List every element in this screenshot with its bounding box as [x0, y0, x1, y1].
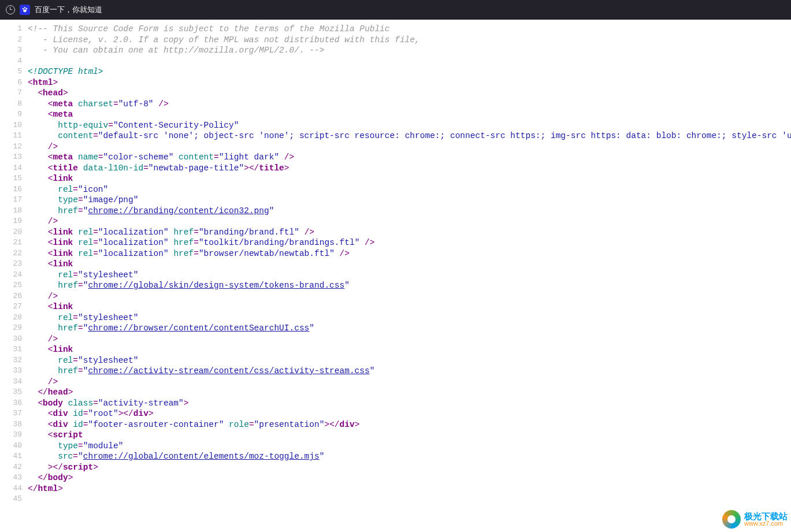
code-line[interactable]: <!DOCTYPE html> [28, 66, 791, 77]
code-line[interactable]: rel="stylesheet" [28, 270, 791, 281]
line-number: 23 [0, 259, 22, 270]
line-number: 13 [0, 152, 22, 163]
code-line[interactable]: <head> [28, 88, 791, 99]
line-number: 26 [0, 291, 22, 302]
line-number: 33 [0, 366, 22, 377]
code-content-area[interactable]: <!-- This Source Code Form is subject to… [25, 20, 791, 532]
svg-point-0 [23, 8, 24, 10]
code-line[interactable]: /> [28, 291, 791, 302]
line-number: 11 [0, 131, 22, 142]
baidu-favicon-icon [20, 5, 30, 15]
code-line[interactable]: <title data-l10n-id="newtab-page-title">… [28, 163, 791, 174]
source-code-viewer: 1234567891011121314151617181920212223242… [0, 20, 791, 532]
code-line[interactable]: type="image/png" [28, 195, 791, 206]
watermark-name: 极光下载站 [744, 512, 788, 520]
line-number: 17 [0, 195, 22, 206]
line-number: 25 [0, 280, 22, 291]
code-line[interactable]: content="default-src 'none'; object-src … [28, 131, 791, 142]
code-line[interactable]: <div id="root"></div> [28, 408, 791, 419]
code-line[interactable]: <link [28, 302, 791, 312]
line-number: 9 [0, 109, 22, 120]
code-line[interactable] [28, 494, 791, 505]
line-number: 45 [0, 494, 22, 505]
svg-point-1 [24, 7, 26, 9]
line-number: 12 [0, 142, 22, 152]
code-line[interactable]: <div id="footer-asrouter-container" role… [28, 419, 791, 430]
code-line[interactable]: rel="stylesheet" [28, 312, 791, 323]
line-number: 42 [0, 462, 22, 473]
code-line[interactable]: <link [28, 173, 791, 184]
code-line[interactable]: <link rel="localization" href="branding/… [28, 227, 791, 238]
code-line[interactable]: <link rel="localization" href="toolkit/b… [28, 237, 791, 248]
line-number: 18 [0, 206, 22, 217]
line-number: 43 [0, 473, 22, 483]
code-line[interactable]: type="module" [28, 441, 791, 452]
line-number: 2 [0, 35, 22, 46]
browser-tab-title[interactable]: 百度一下，你就知道 [35, 5, 102, 15]
code-line[interactable] [28, 56, 791, 67]
code-line[interactable]: - License, v. 2.0. If a copy of the MPL … [28, 35, 791, 46]
line-number: 3 [0, 45, 22, 56]
code-line[interactable]: /> [28, 377, 791, 388]
code-line[interactable]: href="chrome://global/skin/design-system… [28, 280, 791, 291]
code-line[interactable]: href="chrome://branding/content/icon32.p… [28, 206, 791, 217]
titlebar: 百度一下，你就知道 [0, 0, 791, 20]
watermark: 极光下载站 www.xz7.com [722, 510, 788, 529]
line-number: 21 [0, 237, 22, 248]
line-number: 41 [0, 451, 22, 462]
code-line[interactable]: <link [28, 344, 791, 355]
svg-point-2 [26, 8, 28, 10]
line-number: 36 [0, 398, 22, 409]
line-number: 30 [0, 334, 22, 345]
code-line[interactable]: http-equiv="Content-Security-Policy" [28, 120, 791, 131]
code-line[interactable]: </html> [28, 483, 791, 494]
line-number: 10 [0, 120, 22, 131]
line-number: 5 [0, 66, 22, 77]
code-line[interactable]: /> [28, 142, 791, 152]
line-number: 35 [0, 387, 22, 398]
code-line[interactable]: <!-- This Source Code Form is subject to… [28, 24, 791, 35]
code-line[interactable]: ></script> [28, 462, 791, 473]
watermark-url: www.xz7.com [744, 520, 788, 527]
line-number: 28 [0, 312, 22, 323]
line-number: 24 [0, 270, 22, 281]
line-number: 32 [0, 355, 22, 366]
line-number: 15 [0, 173, 22, 184]
line-number: 22 [0, 248, 22, 259]
code-line[interactable]: src="chrome://global/content/elements/mo… [28, 451, 791, 462]
line-number: 37 [0, 408, 22, 419]
line-number: 6 [0, 77, 22, 88]
code-line[interactable]: href="chrome://activity-stream/content/c… [28, 366, 791, 377]
clock-icon[interactable] [6, 5, 15, 14]
code-line[interactable]: <meta name="color-scheme" content="light… [28, 152, 791, 163]
code-line[interactable]: <link rel="localization" href="browser/n… [28, 248, 791, 259]
line-number: 8 [0, 99, 22, 110]
line-number: 40 [0, 441, 22, 452]
line-number: 4 [0, 56, 22, 67]
line-number: 44 [0, 483, 22, 494]
code-line[interactable]: <link [28, 259, 791, 270]
code-line[interactable]: - You can obtain one at http://mozilla.o… [28, 45, 791, 56]
code-line[interactable]: /> [28, 216, 791, 227]
code-line[interactable]: <meta charset="utf-8" /> [28, 99, 791, 110]
code-line[interactable]: /> [28, 334, 791, 345]
line-number: 14 [0, 163, 22, 174]
line-number: 38 [0, 419, 22, 430]
line-number-gutter: 1234567891011121314151617181920212223242… [0, 20, 25, 532]
line-number: 20 [0, 227, 22, 238]
code-line[interactable]: rel="icon" [28, 184, 791, 195]
line-number: 39 [0, 430, 22, 441]
line-number: 27 [0, 302, 22, 312]
code-line[interactable]: </body> [28, 473, 791, 483]
code-line[interactable]: href="chrome://browser/content/contentSe… [28, 323, 791, 334]
watermark-logo-icon [722, 510, 741, 529]
code-line[interactable]: </head> [28, 387, 791, 398]
code-line[interactable]: <body class="activity-stream"> [28, 398, 791, 409]
line-number: 19 [0, 216, 22, 227]
line-number: 31 [0, 344, 22, 355]
line-number: 29 [0, 323, 22, 334]
code-line[interactable]: <html> [28, 77, 791, 88]
code-line[interactable]: <script [28, 430, 791, 441]
code-line[interactable]: <meta [28, 109, 791, 120]
code-line[interactable]: rel="stylesheet" [28, 355, 791, 366]
